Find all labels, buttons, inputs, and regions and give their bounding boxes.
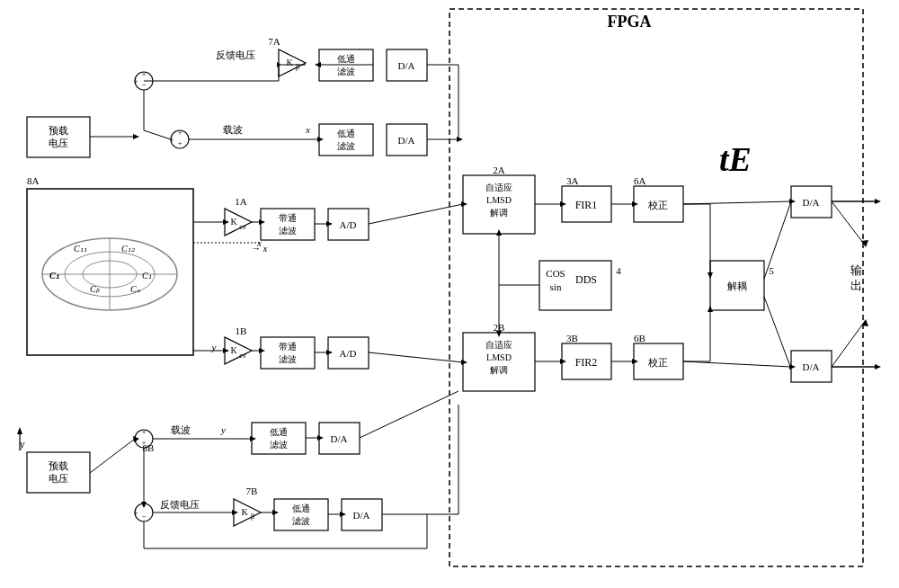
svg-marker-84 [632,359,638,364]
svg-text:K: K [230,217,237,227]
svg-text:+: + [133,508,138,517]
svg-text:滤波: 滤波 [279,226,297,236]
carrier-top-label: 载波 [223,124,243,135]
svg-marker-68 [317,137,324,142]
svg-marker-76 [259,348,265,353]
svg-text:预载: 预载 [49,460,68,471]
svg-text:自适应: 自适应 [485,183,512,192]
svg-text:+: + [141,438,146,447]
svg-text:K: K [241,507,248,517]
carrier-bottom-label: 载波 [171,424,191,435]
svg-marker-65 [315,62,321,67]
label-3b: 3B [566,333,578,343]
wire-da-bottom-output [832,324,863,367]
svg-marker-79 [560,201,566,207]
svg-marker-73 [461,201,467,207]
svg-text:低通: 低通 [292,503,310,513]
svg-text:出: 出 [850,279,862,292]
svg-marker-77 [326,350,333,355]
svg-marker-94 [272,510,279,515]
te-label: tE [719,140,752,178]
svg-text:预载: 预载 [49,125,68,136]
svg-text:带通: 带通 [279,342,297,352]
svg-text:cv: cv [239,223,246,231]
svg-text:D/A: D/A [331,433,348,444]
svg-marker-67 [133,134,139,139]
svg-text:D/A: D/A [353,510,370,521]
svg-text:C₁: C₁ [49,271,59,281]
svg-marker-91 [250,436,256,441]
svg-text:低通: 低通 [270,427,288,437]
label-1a: 1A [235,196,247,207]
svg-marker-78 [461,360,467,365]
label-4: 4 [616,265,621,276]
svg-marker-90 [496,331,502,337]
feedback-bottom-label: 反馈电压 [160,499,200,510]
svg-text:β: β [251,512,254,521]
svg-text:cv: cv [239,352,246,360]
svg-text:校正: 校正 [647,357,668,368]
svg-text:D/A: D/A [803,197,820,208]
svg-text:β: β [296,63,299,71]
svg-text:低通: 低通 [337,129,355,138]
label-3a: 3A [566,175,579,186]
wire-preload-sum-bottom [90,439,135,473]
label-7b: 7B [246,486,258,496]
y-arrow-head [17,427,22,434]
svg-text:电压: 电压 [49,138,68,148]
svg-text:解耦: 解耦 [727,281,747,291]
svg-marker-95 [340,512,346,517]
svg-text:DDS: DDS [575,273,597,286]
wire-da-top-output [832,201,863,243]
svg-text:COS: COS [546,268,565,279]
svg-text:带通: 带通 [279,213,297,223]
svg-text:C₁₁: C₁₁ [74,244,87,254]
wire-sum-carrier-top [144,130,171,139]
svg-text:D/A: D/A [398,135,415,146]
svg-text:C₁₂: C₁₂ [121,244,136,254]
label-8a: 8A [27,175,40,186]
svg-text:sin: sin [550,281,562,292]
fpga-label: FPGA [608,13,652,31]
wire-correct6a-da-top [683,201,791,204]
svg-text:滤波: 滤波 [279,354,297,364]
svg-text:FIR2: FIR2 [575,356,598,369]
svg-marker-81 [708,272,713,279]
svg-text:滤波: 滤波 [270,440,288,450]
svg-text:电压: 电压 [49,473,68,484]
wire-da-carrier-bottom-fpga [360,391,458,438]
label-6a: 6A [634,175,646,186]
svg-marker-87 [861,240,868,247]
svg-text:LMSD: LMSD [486,352,512,362]
svg-marker-75 [223,348,229,353]
svg-text:−: − [141,512,146,521]
svg-text:D/A: D/A [803,361,820,372]
svg-text:解调: 解调 [490,208,508,218]
label-7a: 7A [268,36,280,47]
svg-text:滤波: 滤波 [292,516,310,526]
svg-marker-72 [326,221,333,227]
svg-text:+: + [133,76,138,85]
label-1b: 1B [236,325,247,336]
svg-marker-93 [232,510,238,515]
svg-marker-89 [496,229,502,236]
label-6b: 6B [634,333,645,343]
svg-text:A/D: A/D [340,219,357,230]
fpga-border [450,9,863,566]
svg-text:自适应: 自适应 [485,340,512,350]
x-carrier-label: x [305,124,310,135]
svg-text:LMSD: LMSD [486,195,512,205]
output-label: 输 [850,263,862,277]
wire-decouple-da-bottom [764,297,791,369]
main-diagram-svg: FPGA 预载 电压 + − + + + + K β 低通 滤波 D/A 7A … [0,0,899,588]
svg-text:+: + [141,427,146,436]
svg-marker-92 [317,435,324,441]
svg-text:+: + [177,128,182,137]
svg-text:K: K [286,58,293,67]
svg-marker-69 [457,137,463,142]
feedback-top-label: 反馈电压 [216,49,255,60]
svg-marker-71 [259,219,265,225]
svg-text:解调: 解调 [490,365,508,375]
svg-marker-70 [223,219,229,225]
label-2a: 2A [493,165,505,175]
